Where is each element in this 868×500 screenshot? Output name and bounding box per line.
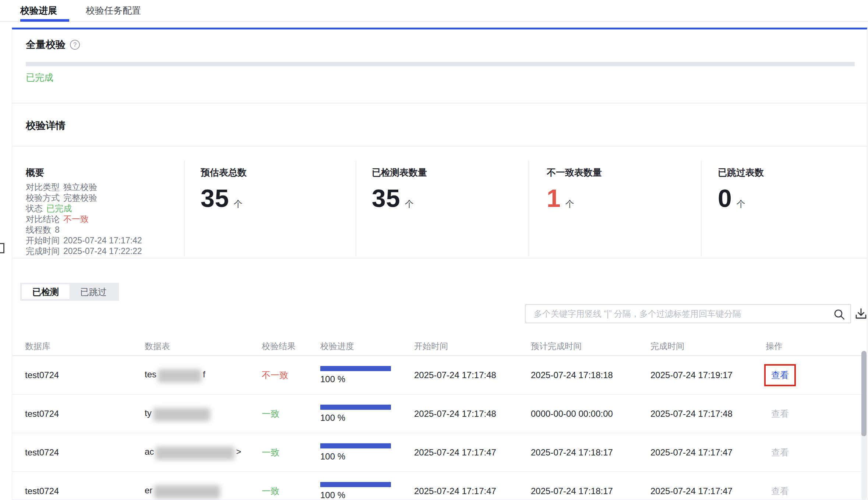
summary-label: 完成时间 xyxy=(26,246,60,256)
cell-est-time: 2025-07-24 17:18:17 xyxy=(531,486,613,496)
stat-skipped-tables: 已跳过表数 0个 xyxy=(718,166,868,212)
stat-inconsistent-tables: 不一致表数量 1个 xyxy=(547,166,701,212)
table-name-prefix: tes xyxy=(145,369,156,379)
view-link[interactable]: 查看 xyxy=(771,447,789,457)
col-est-time: 预计完成时间 xyxy=(531,341,582,352)
summary-title: 概要 xyxy=(26,166,44,179)
cell-result: 一致 xyxy=(262,447,279,458)
cell-table: er xyxy=(145,485,222,497)
tab-verification-progress[interactable]: 校验进展 xyxy=(20,4,57,17)
stat-divider xyxy=(356,161,356,256)
verification-progress-screen: 校验进展 校验任务配置 全量校验? 已完成 校验详情 概要 对比类型独立校验 校… xyxy=(0,0,868,500)
progress-label: 100 % xyxy=(320,451,391,462)
cell-progress: 100 % xyxy=(320,366,391,384)
section-divider xyxy=(12,146,867,147)
stat-unit: 个 xyxy=(234,199,243,209)
view-link[interactable]: 查看 xyxy=(771,409,789,419)
summary-line: 开始时间2025-07-24 17:17:42 xyxy=(26,235,146,246)
col-database: 数据库 xyxy=(25,341,50,352)
section-divider xyxy=(12,103,867,103)
cell-start-time: 2025-07-24 17:17:47 xyxy=(414,447,496,458)
cell-start-time: 2025-07-24 17:17:48 xyxy=(414,370,496,380)
progress-bar xyxy=(320,405,391,410)
summary-line: 校验方式完整校验 xyxy=(26,193,146,203)
summary-value: 独立校验 xyxy=(63,182,97,192)
stat-checked-tables: 已检测表数量 35个 xyxy=(372,166,526,212)
table-name-suffix: > xyxy=(236,447,241,457)
summary-value: 2025-07-24 17:17:42 xyxy=(63,236,142,245)
col-finish-time: 完成时间 xyxy=(650,341,684,352)
question-circle-icon[interactable]: ? xyxy=(70,40,80,50)
download-icon[interactable] xyxy=(855,308,867,320)
search-input[interactable] xyxy=(526,305,850,323)
cell-est-time: 2025-07-24 17:18:17 xyxy=(531,447,613,458)
cell-result: 一致 xyxy=(262,485,279,497)
stat-unit: 个 xyxy=(405,199,414,209)
red-annotation-box: 查看 xyxy=(764,364,796,386)
stat-label: 已检测表数量 xyxy=(372,166,526,179)
stat-unit: 个 xyxy=(565,199,575,209)
stat-divider xyxy=(528,161,529,256)
view-link[interactable]: 查看 xyxy=(771,370,789,380)
cell-result: 不一致 xyxy=(262,369,288,381)
summary-line: 状态已完成 xyxy=(26,203,146,214)
summary-value: 2025-07-24 17:22:22 xyxy=(63,246,142,256)
cell-finish-time: 2025-07-24 17:17:48 xyxy=(650,409,733,419)
stat-estimated-tables: 预估表总数 35个 xyxy=(201,166,355,212)
cell-progress: 100 % xyxy=(320,482,391,500)
cell-action: 查看 xyxy=(771,485,789,497)
progress-bar xyxy=(320,482,391,487)
cell-progress: 100 % xyxy=(320,405,391,423)
col-action: 操作 xyxy=(766,341,783,352)
table-header: 数据库 数据表 校验结果 校验进度 开始时间 预计完成时间 完成时间 操作 xyxy=(12,333,867,356)
cell-action: 查看 xyxy=(764,364,796,386)
summary-line: 对比类型独立校验 xyxy=(26,182,146,193)
redacted-blur xyxy=(154,485,220,499)
col-start-time: 开始时间 xyxy=(414,341,448,352)
stat-divider xyxy=(184,161,185,256)
summary-label: 对比结论 xyxy=(26,214,60,224)
table-name-prefix: ty xyxy=(145,408,152,418)
active-tab-underline xyxy=(20,19,69,22)
view-link[interactable]: 查看 xyxy=(771,486,789,496)
stat-label: 预估表总数 xyxy=(201,166,355,179)
progress-bar xyxy=(320,443,391,448)
summary-label: 线程数 xyxy=(26,225,51,235)
summary-lines: 对比类型独立校验 校验方式完整校验 状态已完成 对比结论不一致 线程数8 开始时… xyxy=(26,182,146,257)
toggle-checked[interactable]: 已检测 xyxy=(22,284,70,299)
table-name-suffix: f xyxy=(203,369,205,379)
progress-bar xyxy=(320,366,391,371)
scrollbar-thumb[interactable] xyxy=(861,351,867,436)
stat-value: 35 xyxy=(372,184,401,212)
magnifier-icon[interactable] xyxy=(833,309,845,320)
cell-table: ty xyxy=(145,408,212,420)
table-name-prefix: er xyxy=(145,485,152,495)
search-box xyxy=(525,304,851,323)
redacted-blur xyxy=(158,369,201,383)
cell-table: ac> xyxy=(145,447,241,458)
summary-value: 8 xyxy=(55,225,60,235)
section-divider xyxy=(12,258,867,258)
stat-label: 已跳过表数 xyxy=(718,166,868,179)
table-name-prefix: ac xyxy=(145,447,154,457)
redacted-blur xyxy=(155,447,234,460)
cell-database: test0724 xyxy=(25,409,59,419)
detail-title: 校验详情 xyxy=(26,119,66,132)
summary-label: 状态 xyxy=(26,204,43,213)
stat-label: 不一致表数量 xyxy=(547,166,701,179)
summary-value-conclusion: 不一致 xyxy=(63,214,89,224)
full-check-title-text: 全量校验 xyxy=(26,39,66,50)
cell-est-time: 0000-00-00 00:00:00 xyxy=(531,409,613,419)
summary-label: 校验方式 xyxy=(26,193,60,203)
tab-task-config[interactable]: 校验任务配置 xyxy=(86,4,141,17)
summary-line: 线程数8 xyxy=(26,225,146,235)
full-check-title: 全量校验? xyxy=(26,38,80,51)
stat-unit: 个 xyxy=(737,199,746,209)
cell-table: tesf xyxy=(145,369,205,381)
progress-label: 100 % xyxy=(320,413,391,423)
left-edge-artifact xyxy=(0,243,4,253)
cell-finish-time: 2025-07-24 17:17:47 xyxy=(650,486,733,496)
toggle-skipped[interactable]: 已跳过 xyxy=(70,284,117,299)
summary-label: 开始时间 xyxy=(26,236,60,245)
summary-label: 对比类型 xyxy=(26,182,60,192)
